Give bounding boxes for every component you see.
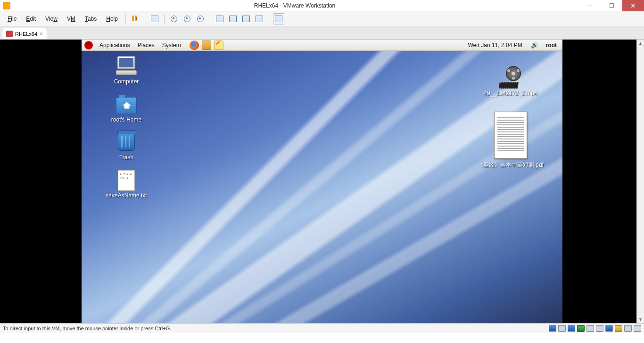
toolbar-separator — [145, 14, 145, 24]
display-status-icon[interactable] — [624, 325, 632, 332]
menu-view[interactable]: View — [41, 14, 61, 24]
maximize-button[interactable]: ☐ — [601, 0, 622, 11]
message-status-icon[interactable] — [634, 325, 641, 332]
unity-button[interactable] — [254, 13, 265, 24]
user-menu[interactable]: root — [543, 42, 560, 49]
toolbar-separator — [164, 14, 165, 24]
usb-status-icon[interactable] — [586, 325, 594, 332]
status-hint-text: To direct input to this VM, move the mou… — [3, 326, 171, 331]
unity-icon — [256, 16, 263, 22]
toolbar-separator — [269, 14, 269, 24]
scroll-down-button[interactable]: ▼ — [637, 316, 644, 323]
icon-label: 《圣经》全本中英对照.pdf — [478, 162, 544, 169]
vm-viewport: Applications Places System Wed Jan 11, 2… — [0, 40, 644, 323]
library-icon — [275, 16, 282, 22]
tab-rhelx64[interactable]: RHELx64 × — [2, 28, 47, 39]
panel-clock[interactable]: Wed Jan 11, 2:04 PM — [463, 42, 527, 49]
pause-vm-button[interactable]: ▼ — [130, 13, 141, 24]
menu-tabs[interactable]: Tabs — [81, 14, 100, 24]
window-titlebar: RHELx64 - VMware Workstation — ☐ ✕ — [0, 0, 644, 11]
cd-status-icon[interactable] — [558, 325, 566, 332]
tab-bar: RHELx64 × — [0, 26, 644, 40]
fullscreen-button[interactable] — [240, 13, 252, 24]
keyboard-icon — [151, 16, 158, 22]
shared-folders-status-icon[interactable] — [615, 325, 622, 332]
icon-label: 49__1142172_2.mp4 — [484, 90, 537, 98]
hard-disk-status-icon[interactable] — [549, 325, 556, 332]
gnome-top-panel: Applications Places System Wed Jan 11, 2… — [82, 40, 562, 51]
snapshot-icon — [171, 16, 177, 22]
revert-icon — [184, 16, 190, 22]
tab-label: RHELx64 — [15, 31, 37, 37]
console-icon — [216, 16, 223, 22]
menu-file[interactable]: File — [4, 14, 20, 24]
printer-status-icon[interactable] — [605, 325, 613, 332]
snapshot-manager-icon — [197, 16, 204, 22]
redhat-logo-icon — [84, 41, 93, 49]
desktop-icons-right: 49__1142172_2.mp4 《圣经》全本中英对照.pdf — [473, 68, 548, 177]
applications-menu[interactable]: Applications — [96, 42, 134, 49]
firefox-launcher-icon[interactable] — [190, 41, 199, 50]
desktop-icon-trash[interactable]: Trash — [96, 132, 157, 162]
desktop-icon-pdf[interactable]: 《圣经》全本中英对照.pdf — [473, 112, 548, 169]
status-bar: To direct input to this VM, move the mou… — [0, 323, 644, 333]
fullscreen-icon — [242, 16, 250, 22]
system-menu[interactable]: System — [158, 42, 185, 49]
toolbar-separator — [210, 14, 210, 24]
file-manager-launcher-icon[interactable] — [202, 41, 211, 50]
floppy-status-icon[interactable] — [568, 325, 575, 332]
icon-label: saveAsName.txt — [106, 192, 147, 200]
viewport-scrollbar[interactable]: ▲ ▼ — [636, 40, 644, 323]
minimize-button[interactable]: — — [579, 0, 601, 11]
send-ctrl-alt-del-button[interactable] — [149, 13, 160, 24]
desktop-icon-home[interactable]: root's Home — [96, 94, 157, 124]
pause-icon — [132, 15, 134, 23]
icon-label: Trash — [119, 154, 133, 162]
menu-vm[interactable]: VM — [63, 14, 79, 24]
notes-launcher-icon[interactable] — [214, 41, 223, 50]
thumbnail-icon — [229, 16, 237, 22]
snapshot-button[interactable] — [168, 13, 180, 24]
chevron-down-icon: ▼ — [134, 16, 138, 21]
show-console-button[interactable] — [214, 13, 225, 24]
toolbar-separator — [125, 14, 126, 24]
manage-snapshots-button[interactable] — [195, 13, 206, 24]
guest-desktop[interactable]: Applications Places System Wed Jan 11, 2… — [82, 40, 562, 323]
places-menu[interactable]: Places — [134, 42, 158, 49]
window-title: RHELx64 - VMware Workstation — [10, 2, 579, 9]
desktop-icons-left: Computer root's Home Trash # Thi # SEL #… — [96, 56, 157, 208]
menu-edit[interactable]: Edit — [22, 14, 40, 24]
redhat-tab-icon — [6, 31, 13, 37]
vmware-app-icon — [3, 2, 10, 9]
icon-label: root's Home — [111, 116, 141, 124]
revert-snapshot-button[interactable] — [182, 13, 193, 24]
desktop-icon-txtfile[interactable]: # Thi # SEL # saveAsName.txt — [96, 170, 157, 200]
desktop-icon-computer[interactable]: Computer — [96, 56, 157, 86]
scroll-up-button[interactable]: ▲ — [637, 40, 644, 47]
pdf-file-icon — [494, 112, 527, 159]
icon-label: Computer — [114, 78, 139, 86]
close-button[interactable]: ✕ — [622, 0, 644, 11]
desktop-icon-video[interactable]: 49__1142172_2.mp4 — [473, 68, 548, 98]
trash-icon — [118, 132, 135, 151]
status-tray — [549, 325, 641, 332]
sound-status-icon[interactable] — [596, 325, 603, 332]
computer-icon — [115, 56, 138, 77]
app-menubar: File Edit View VM Tabs Help ▼ — [0, 11, 644, 26]
volume-icon[interactable] — [531, 41, 539, 49]
home-folder-icon — [116, 97, 137, 114]
show-thumbnail-button[interactable] — [227, 13, 239, 24]
network-status-icon[interactable] — [577, 325, 585, 332]
menu-help[interactable]: Help — [102, 14, 122, 24]
tab-close-button[interactable]: × — [40, 31, 43, 37]
text-file-icon: # Thi # SEL # — [118, 170, 135, 191]
video-file-icon — [499, 68, 522, 89]
show-library-button[interactable] — [273, 13, 284, 24]
